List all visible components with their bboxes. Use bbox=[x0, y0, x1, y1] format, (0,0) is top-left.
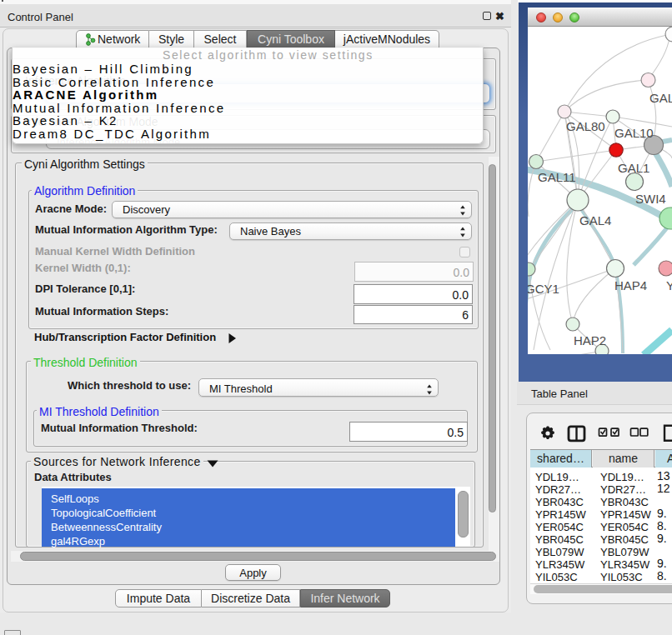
svg-text:GAL80: GAL80 bbox=[566, 119, 605, 133]
svg-text:HAP2: HAP2 bbox=[574, 333, 606, 348]
svg-text:GAL4: GAL4 bbox=[579, 213, 611, 228]
svg-text:HAP4: HAP4 bbox=[614, 278, 647, 292]
svg-text:GAL1: GAL1 bbox=[618, 161, 649, 175]
svg-text:GAL11: GAL11 bbox=[538, 170, 576, 184]
svg-text:GAL: GAL bbox=[649, 91, 672, 105]
svg-text:SWI4: SWI4 bbox=[635, 192, 666, 206]
svg-text:Y: Y bbox=[666, 278, 672, 292]
svg-text:GCY1: GCY1 bbox=[528, 282, 559, 296]
svg-text:GAL10: GAL10 bbox=[614, 126, 654, 140]
